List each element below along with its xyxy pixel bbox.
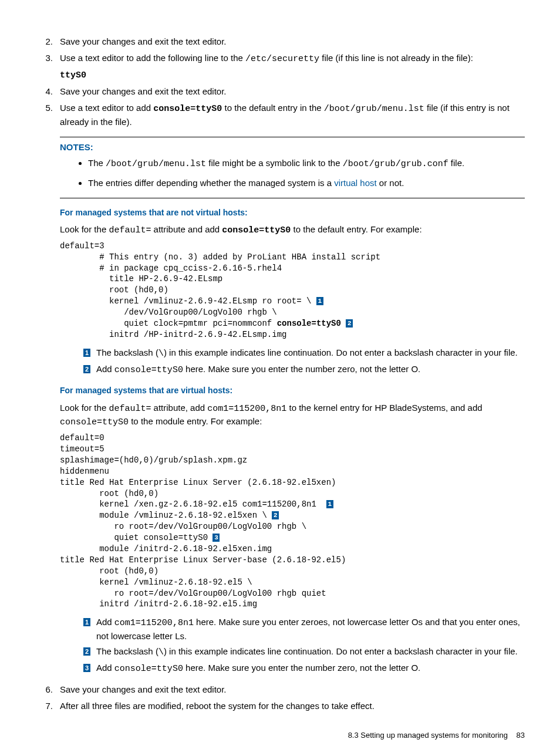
callout-marker: 1 — [316, 297, 323, 305]
code-line: title HP-2.6.9-42.ELsmp — [60, 274, 222, 283]
callout-marker: 1 — [83, 618, 90, 626]
text: or not. — [377, 178, 404, 188]
code-line: kernel /vmlinuz-2.6.18-92.el5 \ — [60, 578, 252, 587]
path: /boot/grub/grub.conf — [343, 159, 448, 169]
slash: \ — [158, 349, 164, 359]
callout-marker: 2 — [83, 365, 90, 373]
code: console=ttyS0 — [114, 365, 183, 375]
step-7: 7. After all three files are modified, r… — [35, 700, 525, 713]
attr: default= — [109, 404, 151, 414]
divider — [60, 198, 525, 198]
text: here. Make sure you enter the number zer… — [183, 663, 420, 673]
slash: \ — [158, 647, 164, 657]
text: The backslash ( — [96, 347, 158, 357]
callout-marker: 3 — [212, 534, 220, 542]
code-line: root (hd0,0) — [60, 566, 158, 576]
code-line: module /initrd-2.6.18-92.el5xen.img — [60, 544, 272, 553]
instruction-list: 2. Save your changes and exit the text e… — [35, 35, 525, 713]
code: com1=115200,8n1 — [114, 618, 194, 628]
code-block-1: default=3 # This entry (no. 3) added by … — [60, 241, 525, 340]
callout-item: 1 The backslash (\) in this example indi… — [83, 346, 525, 360]
text: attribute, add — [151, 403, 207, 413]
callout-marker: 1 — [326, 500, 333, 508]
text: The backslash ( — [96, 646, 158, 656]
text: Add — [96, 617, 114, 627]
text: The entries differ depending whether the… — [88, 178, 334, 188]
code-line: /dev/VolGroup00/LogVol00 rhgb \ — [60, 308, 277, 317]
text: to the default entry in the — [222, 103, 323, 113]
text: ) in this example indicates line continu… — [164, 347, 518, 357]
text: to the module entry. For example: — [129, 416, 262, 426]
code-line: splashimage=(hd0,0)/grub/splash.xpm.gz — [60, 455, 247, 465]
code: console=ttyS0 — [60, 417, 129, 427]
subheading-virtual: For managed systems that are virtual hos… — [60, 384, 525, 396]
virtual-host-link[interactable]: virtual host — [334, 178, 377, 188]
callout-item: 2 The backslash (\) in this example indi… — [83, 645, 525, 659]
step-number: 6. — [35, 683, 60, 696]
code-line: # This entry (no. 3) added by ProLiant H… — [60, 252, 380, 262]
page-content: 2. Save your changes and exit the text e… — [35, 35, 525, 741]
callout-item: 2 Add console=ttyS0 here. Make sure you … — [83, 363, 525, 377]
callout-marker: 2 — [272, 511, 279, 519]
code-line: ro root=/dev/VolGroup00/LogVol00 rhgb \ — [60, 522, 306, 531]
text: Use a text editor to add the following l… — [60, 53, 245, 63]
callout-marker: 1 — [83, 349, 90, 357]
step-5: 5. Use a text editor to add console=ttyS… — [35, 102, 525, 680]
code: console=ttyS0 — [153, 104, 222, 114]
note-item: The entries differ depending whether the… — [88, 177, 525, 190]
text: Look for the — [60, 224, 109, 234]
callout-text: The backslash (\) in this example indica… — [96, 645, 525, 659]
step-4: 4. Save your changes and exit the text e… — [35, 85, 525, 98]
callout-text: The backslash (\) in this example indica… — [96, 346, 525, 360]
callout-list-1: 1 The backslash (\) in this example indi… — [83, 346, 525, 377]
code: console=ttyS0 — [222, 225, 291, 235]
code-line: default=3 — [60, 241, 104, 251]
code-line: title Red Hat Enterprise Linux Server-ba… — [60, 555, 346, 565]
step-6: 6. Save your changes and exit the text e… — [35, 683, 525, 696]
code-line — [341, 319, 346, 328]
code: com1=115200,8n1 — [207, 404, 286, 414]
page-footer: 8.3 Setting up managed systems for monit… — [35, 730, 525, 741]
code-line: hiddenmenu — [60, 467, 109, 476]
path: /boot/grub/menu.lst — [324, 104, 424, 114]
step-number: 4. — [35, 85, 60, 98]
text: Use a text editor to add — [60, 103, 153, 113]
text: to the kernel entry for HP BladeSystems,… — [286, 403, 482, 413]
path: /etc/securetty — [245, 54, 319, 64]
text: file. — [448, 158, 465, 168]
code-line: kernel /xen.gz-2.6.18-92.el5 com1=115200… — [60, 499, 326, 509]
text: ) in this example indicates line continu… — [164, 646, 518, 656]
code-line: quiet clock=pmtmr pci=nommconf — [60, 319, 277, 328]
code-line: root (hd0,0) — [60, 489, 158, 498]
code-line: quiet console=ttyS0 — [60, 533, 212, 542]
callout-text: Add console=ttyS0 here. Make sure you en… — [96, 363, 525, 377]
step-text: Save your changes and exit the text edit… — [60, 85, 525, 98]
step-text: After all three files are modified, rebo… — [60, 700, 525, 713]
attr: default= — [109, 225, 151, 235]
notes-block: NOTES: The /boot/grub/menu.lst file migh… — [60, 141, 525, 190]
code-line: initrd /initrd-2.6.18-92.el5.img — [60, 599, 257, 609]
step-3: 3. Use a text editor to add the followin… — [35, 52, 525, 82]
code-line: module /vmlinuz-2.6.18-92.el5xen \ — [60, 511, 272, 520]
callout-list-2: 1 Add com1=115200,8n1 here. Make sure yo… — [83, 616, 525, 675]
page-number: 83 — [517, 731, 525, 740]
code: console=ttyS0 — [114, 664, 183, 674]
code-line: kernel /vmlinuz-2.6.9-42.ELsmp ro root= … — [60, 296, 316, 306]
step-text: Save your changes and exit the text edit… — [60, 35, 525, 48]
callout-text: Add com1=115200,8n1 here. Make sure you … — [96, 616, 525, 643]
step-number: 5. — [35, 102, 60, 680]
code-line: # in package cpq_cciss-2.6.16-5.rhel4 — [60, 264, 282, 273]
callout-text: Add console=ttyS0 here. Make sure you en… — [96, 661, 525, 676]
text: here. Make sure you enter the number zer… — [183, 364, 420, 374]
intro-text: Look for the default= attribute, add com… — [60, 401, 525, 430]
step-text: Save your changes and exit the text edit… — [60, 683, 525, 696]
text: Add — [96, 364, 114, 374]
callout-marker: 3 — [83, 664, 90, 672]
callout-item: 1 Add com1=115200,8n1 here. Make sure yo… — [83, 616, 525, 643]
text: Look for the — [60, 403, 109, 413]
step-number: 3. — [35, 52, 60, 82]
step-body: Use a text editor to add console=ttyS0 t… — [60, 102, 525, 680]
code-line: root (hd0,0) — [60, 285, 168, 295]
text: attribute and add — [151, 224, 222, 234]
text: file might be a symbolic link to the — [206, 158, 343, 168]
